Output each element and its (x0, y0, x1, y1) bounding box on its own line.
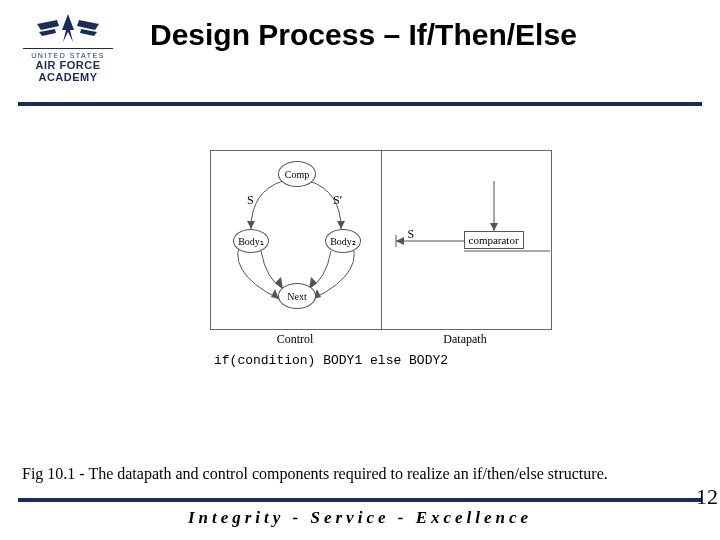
footer-rule (18, 498, 702, 502)
svg-marker-1 (37, 20, 59, 30)
panel-names: Control Datapath (210, 330, 550, 347)
datapath-label: Datapath (380, 332, 550, 347)
afa-logo: UNITED STATES AIR FORCE ACADEMY (18, 12, 118, 83)
control-panel: Comp Body₁ Body₂ Next S S' (211, 151, 381, 329)
title-rule (18, 102, 702, 106)
figure: Comp Body₁ Body₂ Next S S' (210, 150, 550, 368)
signal-s: S (408, 227, 415, 242)
figure-caption: Fig 10.1 - The datapath and control comp… (22, 464, 682, 484)
datapath-panel: comparator S (381, 151, 552, 329)
node-body1: Body₁ (233, 229, 269, 253)
svg-marker-2 (77, 20, 99, 30)
node-body2: Body₂ (325, 229, 361, 253)
edge-label-s: S (247, 193, 254, 208)
node-comp: Comp (278, 161, 316, 187)
node-next: Next (278, 283, 316, 309)
svg-marker-4 (80, 29, 97, 36)
slide-title: Design Process – If/Then/Else (150, 18, 700, 52)
code-line: if(condition) BODY1 else BODY2 (210, 353, 550, 368)
footer-text: Integrity - Service - Excellence (0, 508, 720, 528)
header: UNITED STATES AIR FORCE ACADEMY Design P… (0, 0, 720, 110)
af-wings-icon (33, 12, 103, 46)
logo-line-2: AIR FORCE (18, 59, 118, 71)
svg-marker-16 (396, 237, 404, 245)
control-label: Control (210, 332, 380, 347)
svg-marker-6 (337, 221, 345, 229)
logo-line-3: ACADEMY (18, 71, 118, 83)
page-number: 12 (696, 484, 718, 510)
svg-marker-0 (62, 14, 74, 42)
svg-marker-3 (39, 29, 56, 36)
edge-label-sbar: S' (333, 193, 342, 208)
svg-marker-15 (490, 223, 498, 231)
logo-line-1: UNITED STATES (18, 52, 118, 59)
comparator-box: comparator (464, 231, 524, 249)
svg-marker-5 (247, 221, 255, 229)
diagram-box: Comp Body₁ Body₂ Next S S' (210, 150, 552, 330)
